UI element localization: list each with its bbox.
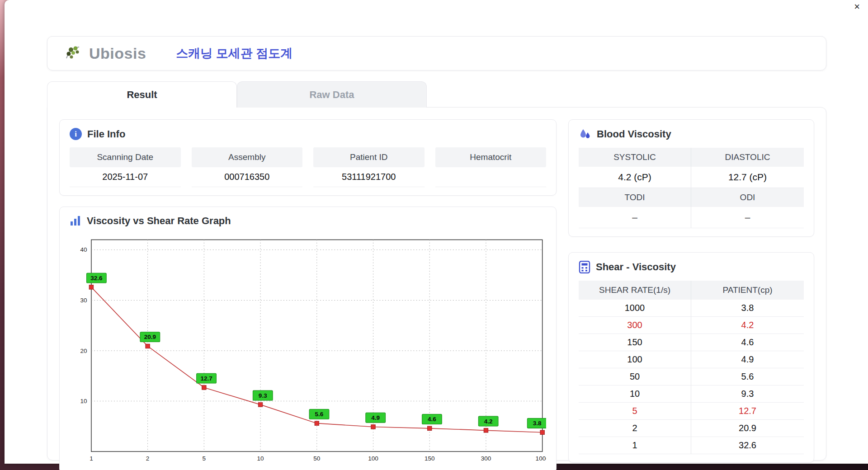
svg-text:2: 2: [146, 455, 150, 462]
svg-text:20: 20: [80, 348, 87, 354]
field-label: Hematocrit: [435, 147, 547, 167]
svg-text:4.2: 4.2: [484, 418, 493, 425]
patient-cell: 32.6: [691, 437, 804, 454]
patient-cell: 4.9: [691, 351, 804, 368]
svg-text:9.3: 9.3: [259, 392, 267, 399]
odi-value: –: [691, 207, 804, 228]
svg-text:30: 30: [80, 297, 87, 304]
shear-viscosity-title: Shear - Viscosity: [596, 261, 676, 273]
svg-text:4.9: 4.9: [371, 414, 380, 421]
shear-rate-cell: 150: [579, 334, 691, 351]
brand: Ubiosis: [65, 44, 146, 62]
file-info-card: i File Info Scanning Date 2025-11-07 Ass…: [59, 119, 557, 196]
table-row: 512.7: [579, 403, 804, 420]
svg-text:12.7: 12.7: [200, 375, 212, 382]
app-window: × Ubiosis 스캐닝 모세관 점도계: [5, 0, 868, 464]
shear-table-body: 10003.83004.21504.61004.9505.6109.3512.7…: [579, 300, 804, 454]
graph-title-row: Viscosity vs Shear Rate Graph: [70, 215, 546, 227]
svg-text:100: 100: [368, 455, 378, 462]
svg-text:40: 40: [80, 247, 87, 254]
shear-rate-cell: 100: [579, 351, 691, 368]
file-info-title: File Info: [87, 128, 125, 140]
field-label: Patient ID: [313, 147, 425, 167]
svg-text:150: 150: [425, 455, 435, 462]
result-panel: i File Info Scanning Date 2025-11-07 Ass…: [47, 107, 826, 461]
page: Ubiosis 스캐닝 모세관 점도계 Result Raw Data i Fi…: [5, 14, 868, 461]
bar-chart-icon: [70, 216, 81, 226]
table-row: 132.6: [579, 437, 804, 454]
table-row: 220.9: [579, 420, 804, 437]
file-info-title-row: i File Info: [70, 128, 546, 140]
ubiosis-logo-icon: [65, 44, 85, 62]
droplets-icon: [579, 128, 591, 141]
field-scanning-date: Scanning Date 2025-11-07: [70, 147, 181, 187]
table-row: 10003.8: [579, 300, 804, 317]
systolic-value: 4.2 (cP): [579, 167, 691, 188]
field-value: 53111921700: [313, 167, 425, 187]
patient-cell: 4.6: [691, 334, 804, 351]
close-icon[interactable]: ×: [854, 1, 860, 12]
todi-label: TODI: [579, 188, 691, 207]
left-column: i File Info Scanning Date 2025-11-07 Ass…: [59, 119, 557, 455]
blood-viscosity-table: SYSTOLIC DIASTOLIC 4.2 (cP) 12.7 (cP) TO…: [579, 148, 804, 228]
shear-viscosity-card: Shear - Viscosity SHEAR RATE(1/s) PATIEN…: [568, 252, 814, 463]
table-row: 109.3: [579, 385, 804, 403]
info-icon: i: [70, 128, 82, 140]
tab-raw-data[interactable]: Raw Data: [237, 81, 427, 108]
systolic-label: SYSTOLIC: [579, 148, 691, 167]
blood-viscosity-title-row: Blood Viscosity: [579, 128, 804, 141]
titlebar: ×: [5, 0, 868, 14]
shear-rate-cell: 300: [579, 317, 691, 334]
table-row: 505.6: [579, 368, 804, 385]
shear-table-header: SHEAR RATE(1/s) PATIENT(cp): [579, 281, 804, 300]
svg-text:1: 1: [90, 455, 93, 462]
viscosity-chart: 102030401251050100150300100032.620.912.7…: [70, 234, 546, 465]
svg-text:5.6: 5.6: [315, 411, 324, 418]
svg-text:1000: 1000: [536, 455, 546, 462]
svg-text:50: 50: [313, 455, 320, 462]
shear-rate-cell: 1: [579, 437, 691, 454]
svg-text:3.8: 3.8: [533, 420, 542, 427]
patient-column-header: PATIENT(cp): [691, 281, 804, 300]
brand-name: Ubiosis: [89, 45, 146, 62]
header-card: Ubiosis 스캐닝 모세관 점도계: [47, 36, 826, 70]
page-title: 스캐닝 모세관 점도계: [176, 45, 292, 61]
diastolic-value: 12.7 (cP): [691, 167, 804, 188]
odi-label: ODI: [691, 188, 804, 207]
tab-bar: Result Raw Data: [47, 81, 826, 107]
blood-viscosity-title: Blood Viscosity: [597, 128, 671, 140]
todi-value: –: [579, 207, 691, 228]
field-assembly: Assembly 000716350: [192, 147, 303, 187]
calculator-icon: [579, 261, 590, 273]
patient-cell: 5.6: [691, 368, 804, 385]
field-value: 2025-11-07: [70, 167, 181, 187]
shear-rate-cell: 10: [579, 385, 691, 403]
field-hematocrit: Hematocrit: [435, 147, 547, 187]
svg-text:5: 5: [203, 455, 206, 462]
field-value: 000716350: [192, 167, 303, 187]
svg-text:10: 10: [80, 398, 87, 404]
svg-text:20.9: 20.9: [144, 334, 156, 340]
field-label: Assembly: [192, 147, 303, 167]
tab-result[interactable]: Result: [47, 81, 237, 108]
svg-text:32.6: 32.6: [90, 275, 103, 282]
file-info-fields: Scanning Date 2025-11-07 Assembly 000716…: [70, 147, 546, 187]
shear-rate-cell: 2: [579, 420, 691, 437]
table-row: 1504.6: [579, 334, 804, 351]
field-label: Scanning Date: [70, 147, 181, 167]
graph-title: Viscosity vs Shear Rate Graph: [87, 215, 231, 227]
table-row: 3004.2: [579, 317, 804, 334]
blood-viscosity-card: Blood Viscosity SYSTOLIC DIASTOLIC 4.2 (…: [568, 119, 814, 237]
patient-cell: 4.2: [691, 317, 804, 334]
svg-text:10: 10: [257, 455, 264, 462]
shear-rate-cell: 5: [579, 403, 691, 420]
patient-cell: 20.9: [691, 420, 804, 437]
shear-rate-cell: 1000: [579, 300, 691, 317]
patient-cell: 9.3: [691, 385, 804, 403]
field-value: [435, 167, 547, 187]
svg-text:4.6: 4.6: [428, 416, 436, 423]
patient-cell: 3.8: [691, 300, 804, 317]
shear-viscosity-table: SHEAR RATE(1/s) PATIENT(cp) 10003.83004.…: [579, 281, 804, 454]
shear-rate-column-header: SHEAR RATE(1/s): [579, 281, 691, 300]
patient-cell: 12.7: [691, 403, 804, 420]
